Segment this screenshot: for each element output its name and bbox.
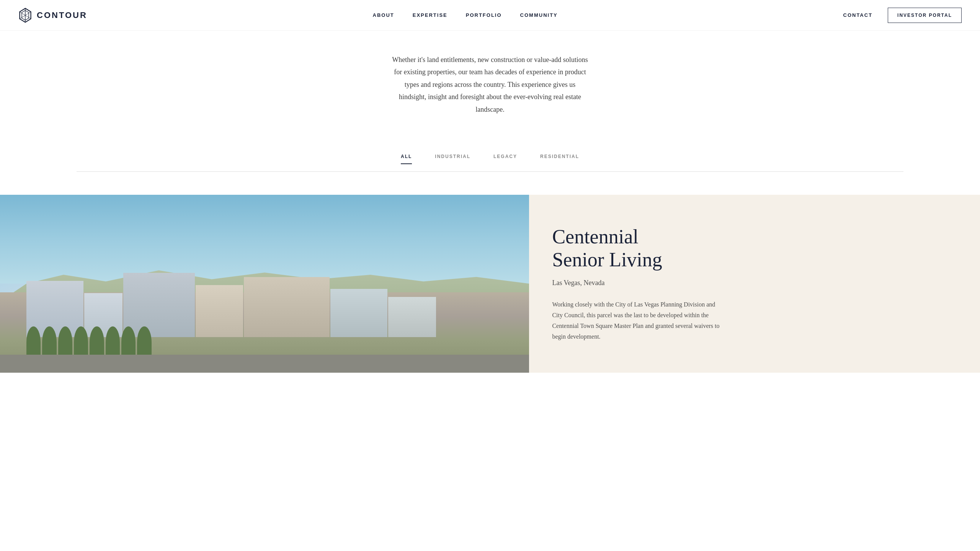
nav-community[interactable]: COMMUNITY xyxy=(520,12,558,18)
tree-5 xyxy=(90,326,104,359)
main-nav: ABOUT EXPERTISE PORTFOLIO COMMUNITY xyxy=(373,12,558,18)
portfolio-title: Centennial Senior Living xyxy=(552,225,957,271)
logo[interactable]: CONTOUR xyxy=(18,8,87,23)
header-right: CONTACT INVESTOR PORTAL xyxy=(843,8,962,23)
tree-7 xyxy=(121,326,136,359)
logo-icon xyxy=(18,8,32,23)
buildings-layer xyxy=(26,257,503,337)
portfolio-item: Centennial Senior Living Las Vegas, Neva… xyxy=(0,195,980,373)
tree-3 xyxy=(58,326,72,359)
logo-text: CONTOUR xyxy=(37,10,87,20)
road-layer xyxy=(0,355,529,372)
tree-4 xyxy=(74,326,88,359)
filter-tab-legacy[interactable]: LEGACY xyxy=(493,154,517,164)
main-content: Whether it's land entitlements, new cons… xyxy=(0,0,980,373)
tree-6 xyxy=(106,326,120,359)
tree-1 xyxy=(26,326,41,359)
filter-tab-all[interactable]: ALL xyxy=(401,154,412,164)
filter-tab-industrial[interactable]: INDUSTRIAL xyxy=(435,154,470,164)
trees-layer xyxy=(0,326,529,359)
portfolio-title-line1: Centennial xyxy=(552,226,638,248)
investor-portal-button[interactable]: INVESTOR PORTAL xyxy=(888,8,962,23)
nav-portfolio[interactable]: PORTFOLIO xyxy=(466,12,502,18)
tree-2 xyxy=(42,326,56,359)
portfolio-info-panel: Centennial Senior Living Las Vegas, Neva… xyxy=(529,195,980,373)
nav-expertise[interactable]: EXPERTISE xyxy=(413,12,448,18)
portfolio-image xyxy=(0,195,529,373)
nav-about[interactable]: ABOUT xyxy=(373,12,394,18)
contact-link[interactable]: CONTACT xyxy=(843,12,873,18)
portfolio-description: Working closely with the City of Las Veg… xyxy=(552,299,720,342)
tree-8 xyxy=(137,326,151,359)
portfolio-location: Las Vegas, Nevada xyxy=(552,279,957,287)
filter-tabs: ALL INDUSTRIAL LEGACY RESIDENTIAL xyxy=(77,146,903,172)
filter-tab-residential[interactable]: RESIDENTIAL xyxy=(540,154,579,164)
intro-section: Whether it's land entitlements, new cons… xyxy=(0,31,980,146)
portfolio-title-line2: Senior Living xyxy=(552,249,662,271)
intro-paragraph: Whether it's land entitlements, new cons… xyxy=(390,54,590,116)
scene-wrapper xyxy=(0,195,529,373)
site-header: CONTOUR ABOUT EXPERTISE PORTFOLIO COMMUN… xyxy=(0,0,980,31)
